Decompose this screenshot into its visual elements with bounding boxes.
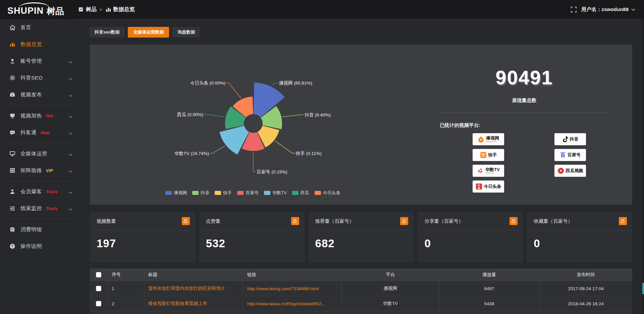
platform-chip: 华数TVwasu.cn [473,165,504,177]
sidebar-item[interactable]: 数据总览 [0,36,77,53]
total-impressions-value: 90491 [416,66,632,89]
row-checkbox[interactable] [96,286,101,291]
logo-text-en: SHUPIN [7,3,44,15]
scrollbar-track[interactable] [642,19,644,314]
sidebar-item[interactable]: 首页 [0,19,77,36]
logo-arc [19,2,50,8]
legend-item[interactable]: 百家号 [237,190,259,196]
sidebar-divider [5,219,72,219]
video-title-link[interactable]: 室外水纹灯和室内水纹灯的区别和简介 [148,285,225,292]
pie-label-line [275,141,295,153]
toutiao-icon: 头条 [476,183,482,190]
platforms-label: 已统计的视频平台: [440,122,632,128]
stat-card: 视频数量 总 197 [90,212,195,262]
bar-chart-icon [105,6,111,12]
username-label[interactable]: 用户名：zswodun88 [581,6,629,13]
row-checkbox[interactable] [96,301,101,306]
total-badge[interactable]: 总 [400,217,408,225]
row-time: 2017-08-24 17:04 [539,281,632,296]
sidebar: 首页 数据总览 账号管理 抖音SEO 视频发布 [0,19,77,314]
row-no: 1 [108,281,144,296]
bar-chart-icon [9,41,15,48]
row-title: 楼体投影灯投影效果震撼上市 [144,296,243,311]
sidebar-item[interactable]: 账号管理 [0,53,77,69]
total-badge[interactable]: 总 [619,217,627,225]
chip-subtext: wasu.cn [485,172,494,174]
chevron-down-icon [69,151,72,157]
chart-legend: 播视网 抖音 快手 百家号 华数TV 西瓜 今日头条 [90,190,416,196]
video-title-link[interactable]: 楼体投影灯投影效果震撼上市 [148,301,207,307]
stat-card-label: 点赞量 [206,218,221,224]
kuaishou-icon [480,152,487,158]
pie-slice[interactable] [219,126,249,155]
legend-item[interactable]: 华数TV [264,190,287,196]
total-badge[interactable]: 总 [182,217,190,225]
videos-table: 序号 标题 链接 平台 播放量 发布时间 1 室外水纹灯和室内水纹灯的区别和简介… [90,268,632,314]
chip-name: 百家号 [568,153,581,157]
breadcrumb-item[interactable]: 数据总览 [105,6,135,13]
pie-label: 华数TV (24.74%) [174,151,209,156]
scrollbar-thumb[interactable] [642,283,644,294]
chevron-down-icon [69,75,72,82]
screen-icon [9,113,15,119]
pie-label: 百家号 (0.15%) [257,169,287,174]
overview-panel: 播视网 (65.61%)抖音 (9.40%)快手 (0.11%)百家号 (0.1… [90,45,632,205]
platform-chip: 头条 今日头条 [473,180,504,193]
sidebar-item[interactable]: ? 操作说明 [0,238,77,255]
fullscreen-icon[interactable] [571,7,577,12]
pie-chart-svg[interactable]: 播视网 (65.61%)抖音 (9.40%)快手 (0.11%)百家号 (0.1… [90,45,416,186]
chip-subtext: boosj.com [486,140,497,143]
chevron-down-icon[interactable] [631,6,635,12]
row-plays: 8497 [439,281,539,296]
legend-item[interactable]: 播视网 [165,190,187,196]
tab-button[interactable]: 询盘数据 [172,27,200,38]
legend-item[interactable]: 抖音 [192,190,209,196]
stat-card-value: 532 [199,230,305,250]
legend-label: 西瓜 [301,190,309,196]
legend-item[interactable]: 西瓜 [292,190,309,196]
legend-item[interactable]: 快手 [215,190,232,196]
sidebar-item[interactable]: 会员爆客 Tools [0,183,77,200]
sidebar-item[interactable]: 全媒体运营 [0,145,77,162]
video-url-link[interactable]: http://www.boosj.com/7338468.html [247,286,319,291]
tab-button[interactable]: 全媒体运营数据 [128,27,169,38]
column-header-time: 发布时间 [539,268,632,281]
legend-swatch [215,191,221,195]
total-badge[interactable]: 总 [509,217,518,225]
stat-card-label: 分享量（百家号） [424,218,463,224]
legend-swatch [292,191,299,195]
sidebar-item-label: 抖客通 [20,129,37,136]
stat-card-value: 0 [527,230,632,250]
sidebar-item[interactable]: 消费明细 [0,221,77,238]
header-divider [77,19,644,19]
table-row: 2 楼体投影灯投影效果震撼上市 http://www.wasu.cn/Play/… [90,296,632,311]
sidebar-item[interactable]: 线索监控 Tools [0,200,77,217]
total-badge[interactable]: 总 [291,217,299,225]
stat-card-label: 推荐量（百家号） [315,218,354,224]
chevron-down-icon [69,168,72,174]
legend-swatch [165,191,172,195]
boosj-play-icon [478,136,484,143]
sidebar-item[interactable]: 视频加热 Hot [0,107,77,124]
sidebar-item[interactable]: 矩阵助推 VIP [0,162,77,179]
row-link: http://www.boosj.com/7338468.html [243,281,342,296]
select-all-checkbox[interactable] [96,272,101,277]
stat-card-header: 收藏量（百家号） 总 [527,212,632,230]
platform-chip: 快手 [473,149,504,161]
sidebar-item[interactable]: 抖客通 New [0,124,77,141]
user-area: 用户名：zswodun88 [571,0,635,19]
breadcrumb-item[interactable]: 树品 [78,6,97,13]
sidebar-item[interactable]: 抖音SEO [0,69,77,86]
sidebar-item[interactable]: 视频发布 [0,86,77,103]
sidebar-item-label: 账号管理 [20,58,42,65]
sidebar-item-label: 操作说明 [20,243,42,250]
video-url-link[interactable]: http://www.wasu.cn/Play/show/id/952... [247,301,325,306]
top-bar: SHUPIN 树品 树品 > 数据总览 用户名：zswodun88 [0,0,644,19]
tab-button[interactable]: 抖音seo数据 [89,27,125,38]
platform-chip: 抖音 [554,133,586,145]
pie-label-line [253,152,256,172]
pie-label: 今日头条 (0.00%) [190,81,225,86]
wasu-burst-icon [477,167,484,174]
legend-item[interactable]: 今日头条 [315,190,340,196]
grid-icon [9,167,15,174]
